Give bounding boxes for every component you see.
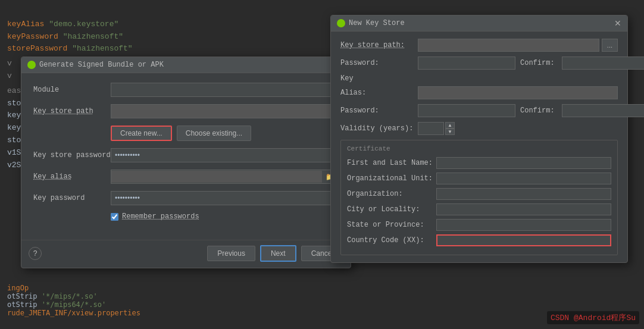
ks-path-row: Key store path: ...	[340, 39, 618, 52]
key-alias-row: Key alias 📁	[33, 170, 339, 184]
csdn-watermark: CSDN @Android程序Su	[547, 311, 639, 324]
code-line-2-value: "haizhensoft"	[63, 32, 123, 41]
code-line-3-value: "haizhensoft"	[72, 44, 132, 53]
ks-browse-button[interactable]: ...	[602, 39, 618, 52]
cert-city-row: City or Locality:	[347, 203, 611, 215]
keystore-path-input-group	[111, 104, 339, 118]
keystore-path-label: Key store path	[33, 107, 111, 115]
new-keystore-dialog: New Key Store ✕ Key store path: ... Pass…	[330, 15, 628, 263]
ks-validity-up-button[interactable]: ▲	[445, 122, 455, 129]
cert-org-row: Organization:	[347, 188, 611, 200]
module-value	[115, 86, 119, 94]
ks-path-label: Key store path:	[340, 41, 418, 49]
cert-city-label: City or Locality:	[347, 205, 436, 214]
cert-country-code-row: Country Code (XX):	[347, 234, 611, 246]
help-button[interactable]: ?	[29, 247, 42, 260]
module-dropdown[interactable]: ▼	[111, 83, 339, 97]
signed-dialog-footer: ? Previous Next Cancel	[21, 240, 351, 268]
keystore-action-buttons: Create new... Choose existing...	[33, 126, 339, 141]
cert-first-last-name-input[interactable]	[436, 157, 611, 169]
keystore-dialog-title: New Key Store	[349, 19, 405, 27]
remember-passwords-label: Remember passwords	[122, 212, 199, 221]
keystore-path-row: Key store path	[33, 104, 339, 118]
ks-confirm-input[interactable]	[562, 57, 644, 70]
cert-org-unit-row: Organizational Unit:	[347, 173, 611, 184]
choose-existing-button[interactable]: Choose existing...	[177, 126, 251, 141]
cert-org-unit-label: Organizational Unit:	[347, 174, 436, 183]
bottom-code: ingOp otStrip '*/mips/*.so' otStrip '*/m…	[0, 284, 140, 317]
key-alias-input-group: 📁	[111, 170, 339, 184]
ks-validity-down-button[interactable]: ▼	[445, 129, 455, 135]
cert-first-last-name-row: First and Last Name:	[347, 157, 611, 169]
cert-state-row: State or Province:	[347, 219, 611, 231]
certificate-section: Certificate First and Last Name: Organiz…	[340, 140, 618, 255]
keystore-password-input[interactable]	[111, 148, 339, 162]
ks-key-password-input[interactable]	[418, 104, 515, 117]
ks-password-row: Password: Confirm:	[340, 57, 618, 70]
module-label: Module	[33, 86, 111, 94]
cert-first-last-name-label: First and Last Name:	[347, 159, 436, 167]
key-password-row: Key password	[33, 191, 339, 205]
cert-city-input[interactable]	[436, 203, 611, 215]
code-line-3-keyword: storePassword	[7, 44, 67, 53]
keystore-dialog-title-left: New Key Store	[337, 19, 405, 27]
code-line-2-keyword: keyPassword	[7, 32, 58, 41]
cert-country-code-label: Country Code (XX):	[347, 236, 436, 245]
signed-dialog-titlebar: Generate Signed Bundle or APK ✕	[21, 57, 351, 73]
ks-password-group: Confirm:	[418, 57, 644, 70]
ks-validity-input[interactable]: 25	[418, 122, 444, 135]
certificate-section-title: Certificate	[347, 145, 611, 152]
ks-key-confirm-label: Confirm:	[520, 106, 555, 115]
ks-alias-row: Alias:	[340, 86, 618, 99]
ks-key-password-row: Password: Confirm:	[340, 104, 618, 117]
ks-path-input-group: ...	[418, 39, 618, 52]
key-password-input[interactable]	[111, 191, 339, 205]
ks-path-input[interactable]	[418, 39, 599, 52]
key-alias-input[interactable]	[111, 171, 322, 183]
signed-dialog-body: Module ▼ Key store path Create new... Ch…	[21, 73, 351, 240]
ks-validity-spinner: ▲ ▼	[445, 122, 455, 135]
keystore-path-input[interactable]	[111, 104, 339, 118]
ks-password-input[interactable]	[418, 57, 515, 70]
key-alias-label: Key alias	[33, 173, 111, 181]
ks-password-label: Password:	[340, 59, 418, 67]
ks-alias-input[interactable]	[418, 86, 618, 99]
ks-validity-row: Validity (years): 25 ▲ ▼	[340, 122, 618, 135]
cert-org-unit-input[interactable]	[436, 173, 611, 184]
signed-dialog-title-left: Generate Signed Bundle or APK	[27, 61, 164, 69]
cert-org-label: Organization:	[347, 190, 436, 198]
generate-signed-dialog: Generate Signed Bundle or APK ✕ Module ▼…	[21, 57, 351, 268]
remember-passwords-row: Remember passwords	[33, 212, 339, 221]
next-button[interactable]: Next	[260, 245, 296, 262]
module-row: Module ▼	[33, 83, 339, 97]
create-new-button[interactable]: Create new...	[111, 126, 172, 141]
cert-org-input[interactable]	[436, 188, 611, 200]
ks-validity-label: Validity (years):	[340, 124, 418, 133]
signed-dialog-title: Generate Signed Bundle or APK	[39, 61, 164, 69]
ks-alias-label: Alias:	[340, 89, 418, 97]
keystore-password-row: Key store password	[33, 148, 339, 162]
keystore-dialog-body: Key store path: ... Password: Confirm: K…	[331, 32, 627, 262]
remember-passwords-checkbox[interactable]	[111, 213, 118, 221]
code-line-1-value: "demo.keystore"	[49, 20, 118, 29]
previous-button[interactable]: Previous	[207, 246, 255, 261]
key-section-label: Key	[340, 74, 618, 83]
cert-state-label: State or Province:	[347, 221, 436, 229]
keystore-dialog-titlebar: New Key Store ✕	[331, 15, 627, 32]
ks-key-confirm-input[interactable]	[562, 104, 644, 117]
ks-confirm-label: Confirm:	[520, 59, 555, 67]
cert-country-code-input[interactable]	[436, 234, 611, 246]
ks-key-password-group: Confirm:	[418, 104, 644, 117]
keystore-dialog-close-button[interactable]: ✕	[614, 19, 621, 27]
ks-key-password-label: Password:	[340, 106, 418, 115]
android-icon	[27, 61, 36, 69]
key-password-label: Key password	[33, 194, 111, 202]
code-line-1-keyword: keyAlias	[7, 20, 44, 29]
cert-state-input[interactable]	[436, 219, 611, 231]
keystore-android-icon	[337, 19, 345, 27]
keystore-password-label: Key store password	[33, 151, 111, 159]
